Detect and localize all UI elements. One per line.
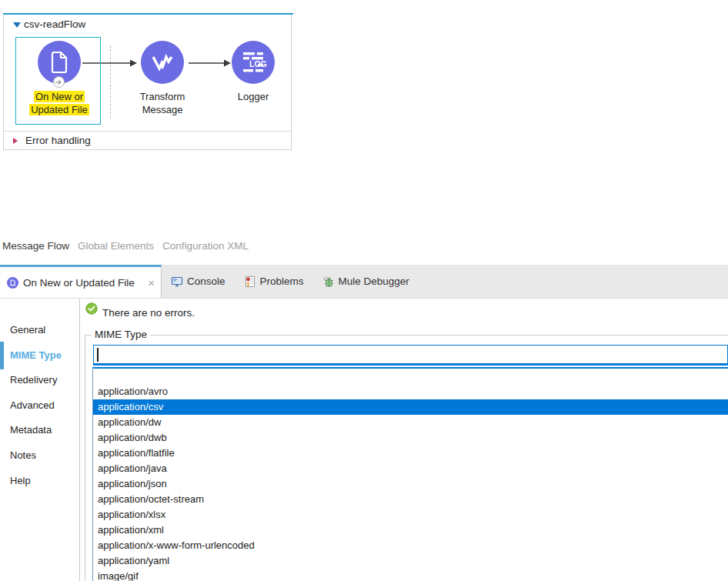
- editor-tab-strip: Message Flow Global Elements Configurati…: [2, 240, 249, 252]
- file-listener-label: On New or Updated File: [13, 90, 105, 116]
- dropdown-option[interactable]: application/xml: [93, 523, 728, 538]
- anypoint-studio-window: csv-readFlow: [0, 0, 728, 581]
- sidebar-item-redelivery[interactable]: Redelivery: [10, 374, 57, 386]
- sidebar-item-help[interactable]: Help: [10, 475, 31, 486]
- debugger-icon: [322, 275, 335, 288]
- secondary-view-tabs: Console Problems: [162, 265, 409, 298]
- sidebar-separator: [79, 299, 80, 581]
- dropdown-option[interactable]: application/flatfile: [93, 446, 728, 461]
- dropdown-option[interactable]: application/dwb: [93, 430, 728, 446]
- dropdown-option[interactable]: application/json: [93, 476, 728, 492]
- dropdown-option[interactable]: application/yaml: [93, 553, 728, 569]
- transform-message-label: Transform Message: [116, 90, 209, 116]
- sidebar-item-metadata[interactable]: Metadata: [10, 424, 52, 436]
- sidebar-item-general[interactable]: General: [10, 324, 45, 336]
- error-handling-expand-triangle-icon[interactable]: [13, 138, 18, 144]
- console-icon: [171, 275, 183, 288]
- flow-title: csv-readFlow: [24, 18, 85, 30]
- arrow-right-icon: [55, 79, 62, 85]
- status-message: There are no errors.: [102, 307, 195, 319]
- logger-label: Logger: [207, 90, 299, 103]
- tab-problems[interactable]: Problems: [244, 275, 304, 288]
- tab-message-flow[interactable]: Message Flow: [2, 240, 69, 252]
- flow-collapse-triangle-icon[interactable]: [13, 22, 21, 28]
- problems-icon: [244, 275, 256, 288]
- dropdown-option-selected[interactable]: application/csv: [93, 399, 728, 415]
- text-caret: [97, 348, 99, 362]
- sidebar-item-mime-type[interactable]: MIME Type: [10, 349, 62, 361]
- dropdown-option[interactable]: application/octet-stream: [93, 492, 728, 507]
- no-errors-check-icon: [85, 302, 98, 315]
- close-icon[interactable]: ×: [148, 277, 155, 289]
- tab-configuration-xml[interactable]: Configuration XML: [162, 240, 249, 252]
- dropdown-option[interactable]: application/java: [93, 461, 728, 476]
- svg-text:LOG: LOG: [249, 59, 267, 68]
- source-separator-line: [110, 45, 111, 118]
- tab-global-elements[interactable]: Global Elements: [78, 240, 154, 252]
- tab-console[interactable]: Console: [171, 275, 225, 288]
- dropdown-option[interactable]: application/x-www-form-urlencoded: [93, 538, 728, 553]
- transform-message-component[interactable]: [141, 41, 184, 84]
- mime-type-group-label: MIME Type: [92, 329, 150, 340]
- sidebar-item-advanced[interactable]: Advanced: [10, 399, 55, 411]
- view-tab-label: Mule Debugger: [339, 275, 409, 287]
- logger-component[interactable]: LOG: [232, 41, 275, 84]
- view-tab-bar: On New or Updated File × Console: [0, 265, 728, 299]
- dataweave-icon: [141, 41, 184, 84]
- error-handling-section[interactable]: Error handling: [4, 131, 291, 149]
- dropdown-option[interactable]: application/avro: [93, 384, 728, 399]
- mime-type-input[interactable]: [93, 345, 728, 366]
- view-tab-label: Problems: [260, 275, 304, 287]
- mime-type-dropdown: application/avro application/csv applica…: [92, 367, 728, 581]
- flow-accent-bar: [3, 13, 293, 15]
- sidebar-item-notes[interactable]: Notes: [10, 449, 36, 461]
- dropdown-option[interactable]: application/xlsx: [93, 507, 728, 523]
- dropdown-option-blank[interactable]: [93, 369, 728, 384]
- file-listener-tab-icon: [7, 277, 18, 289]
- flow-container: csv-readFlow: [3, 13, 292, 150]
- dropdown-option[interactable]: application/dw: [93, 415, 728, 430]
- listener-source-badge: [53, 76, 65, 88]
- error-handling-label: Error handling: [25, 135, 91, 146]
- view-tab-label: Console: [187, 275, 225, 287]
- tab-mule-debugger[interactable]: Mule Debugger: [322, 275, 409, 288]
- sidebar-selected-indicator: [0, 342, 4, 369]
- tab-on-new-or-updated-file[interactable]: On New or Updated File ×: [0, 265, 162, 298]
- logger-icon: LOG: [232, 41, 275, 84]
- view-tab-label: On New or Updated File: [23, 277, 135, 289]
- dropdown-option[interactable]: image/gif: [93, 569, 728, 581]
